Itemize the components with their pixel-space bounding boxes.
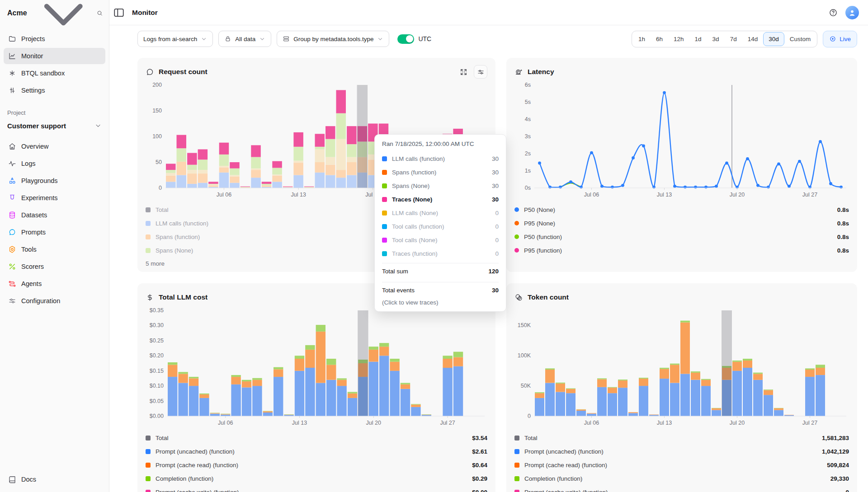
avatar[interactable] [845, 6, 859, 19]
tooltip-series-row: Spans (function)30 [382, 165, 499, 179]
svg-text:0: 0 [159, 185, 162, 191]
home-icon [8, 142, 16, 150]
route-icon [8, 280, 16, 288]
app-header: Monitor [109, 0, 868, 25]
filter-pill-all-data[interactable]: All data [218, 31, 271, 47]
legend-item[interactable]: P50 (function)0.8s [514, 230, 849, 244]
panel-llm-cost: Total LLM cost $0.00$0.05$0.10$0.15$0.20… [137, 283, 495, 492]
panel-token-count: Token count 050K100K150KJul 06Jul 13Jul … [506, 283, 857, 492]
legend-swatch [146, 221, 151, 226]
sidebar-item-prompts[interactable]: Prompts [4, 224, 105, 241]
panel-toggle-icon[interactable] [113, 7, 125, 19]
latency-chart[interactable]: 0s1s2s3s4s5s6sJul 06Jul 13Jul 20Jul 27 [514, 80, 849, 200]
sidebar-item-scorers[interactable]: Scorers [4, 258, 105, 275]
book-icon [8, 475, 16, 483]
range-button-14d[interactable]: 14d [742, 32, 764, 46]
svg-text:50K: 50K [521, 383, 531, 389]
chevron-down-icon [94, 122, 102, 129]
filter-pill-group-by-metadata-tools-type[interactable]: Group by metadata.tools.type [277, 31, 389, 47]
chart-settings-button[interactable] [474, 65, 487, 79]
svg-text:$0.10: $0.10 [150, 383, 164, 389]
search-icon[interactable] [97, 7, 103, 19]
tooltip-total-events: Total events30 [382, 282, 499, 298]
monitor-chart-icon [8, 52, 16, 60]
range-button-30d[interactable]: 30d [763, 32, 784, 46]
activity-icon [8, 159, 16, 168]
filter-pill-logs-from-ai-search[interactable]: Logs from ai-search [137, 31, 213, 47]
range-button-1h[interactable]: 1h [633, 32, 651, 46]
sidebar-item-tools[interactable]: Tools [4, 241, 105, 258]
legend-item[interactable]: P95 (None)0.8s [514, 216, 849, 230]
sidebar-item-settings[interactable]: Settings [4, 82, 105, 98]
sidebar-item-playgrounds[interactable]: Playgrounds [4, 172, 105, 189]
legend-swatch [146, 476, 151, 481]
legend-swatch [514, 449, 519, 454]
legend-item[interactable]: Prompt (cache read) (function)509,824 [514, 458, 849, 472]
svg-text:200: 200 [152, 82, 162, 88]
legend-item[interactable]: Total$3.54 [146, 431, 487, 445]
legend-item[interactable]: P95 (function)0.8s [514, 244, 849, 257]
sidebar-item-btql-sandbox[interactable]: BTQL sandbox [4, 65, 105, 81]
legend-swatch [514, 207, 519, 212]
svg-text:Jul 13: Jul 13 [657, 420, 672, 426]
project-nav: OverviewLogsPlaygroundsExperimentsDatase… [0, 138, 109, 309]
tooltip-series-row: LLM calls (None)0 [382, 206, 499, 220]
token-count-legend: Total1,581,283Prompt (uncached) (functio… [514, 431, 849, 492]
legend-item[interactable]: Prompt (cache write) (function)0 [514, 485, 849, 492]
range-button-3d[interactable]: 3d [707, 32, 725, 46]
legend-swatch [514, 234, 519, 239]
app-root: Acme ProjectsMonitorBTQL sandboxSettings… [0, 0, 868, 492]
legend-item[interactable]: P50 (None)0.8s [514, 203, 849, 216]
legend-item[interactable]: Prompt (cache read) (function)$0.64 [146, 458, 487, 472]
org-name[interactable]: Acme [7, 9, 27, 17]
config-sliders-icon [8, 297, 16, 305]
token-count-chart[interactable]: 050K100K150KJul 06Jul 13Jul 20Jul 27 [514, 306, 849, 428]
tooltip-series-row: LLM calls (function)30 [382, 152, 499, 165]
range-button-custom[interactable]: Custom [784, 32, 816, 46]
range-button-6h[interactable]: 6h [651, 32, 668, 46]
svg-text:Jul 20: Jul 20 [366, 420, 381, 426]
llm-cost-chart[interactable]: $0.00$0.05$0.10$0.15$0.20$0.25$0.30$0.35… [146, 306, 487, 428]
range-button-7d[interactable]: 7d [725, 32, 742, 46]
svg-text:Jul 20: Jul 20 [730, 420, 745, 426]
sidebar-item-datasets[interactable]: Datasets [4, 206, 105, 224]
help-icon[interactable] [826, 6, 840, 19]
sidebar-item-logs[interactable]: Logs [4, 155, 105, 172]
svg-text:Jul 06: Jul 06 [584, 192, 599, 198]
chat-icon [146, 68, 154, 76]
sidebar-item-monitor[interactable]: Monitor [4, 48, 105, 64]
legend-item[interactable]: Total1,581,283 [514, 431, 849, 445]
range-button-12h[interactable]: 12h [668, 32, 689, 46]
expand-icon[interactable] [458, 66, 469, 78]
legend-item[interactable]: Prompt (uncached) (function)$2.61 [146, 445, 487, 458]
tooltip-total-sum: Total sum120 [382, 263, 499, 279]
legend-item[interactable]: Prompt (cache write) (function)$0.00 [146, 485, 487, 492]
sidebar-item-experiments[interactable]: Experiments [4, 189, 105, 206]
lock-icon [224, 35, 231, 42]
project-selector[interactable]: Customer support [4, 118, 105, 133]
sidebar-item-configuration[interactable]: Configuration [4, 292, 105, 309]
tooltip-series-row: Spans (None)30 [382, 179, 499, 192]
svg-text:Jul 27: Jul 27 [802, 192, 817, 198]
svg-text:Jul 20: Jul 20 [730, 192, 745, 198]
svg-text:Jul 06: Jul 06 [584, 420, 599, 426]
toolbar: Logs from ai-searchAll dataGroup by meta… [109, 25, 868, 52]
svg-text:50: 50 [156, 159, 162, 165]
sidebar-item-overview[interactable]: Overview [4, 138, 105, 155]
legend-item[interactable]: Prompt (uncached) (function)1,042,129 [514, 445, 849, 458]
live-button[interactable]: Live [823, 31, 857, 47]
latency-legend: P50 (None)0.8sP95 (None)0.8sP50 (functio… [514, 203, 849, 257]
sidebar-item-docs[interactable]: Docs [4, 471, 105, 487]
svg-text:100K: 100K [518, 352, 531, 359]
range-button-1d[interactable]: 1d [689, 32, 707, 46]
sidebar-item-agents[interactable]: Agents [4, 275, 105, 292]
panel-title: Token count [528, 293, 569, 301]
legend-item[interactable]: Completion (function)$0.29 [146, 472, 487, 485]
legend-item[interactable]: Completion (function)29,330 [514, 472, 849, 485]
svg-text:$0.25: $0.25 [150, 337, 164, 344]
utc-toggle[interactable] [397, 34, 414, 44]
svg-text:$0.00: $0.00 [150, 413, 164, 419]
legend-swatch [146, 436, 151, 440]
llm-cost-legend: Total$3.54Prompt (uncached) (function)$2… [146, 431, 487, 492]
tooltip-series-row: Tool calls (function)0 [382, 220, 499, 233]
